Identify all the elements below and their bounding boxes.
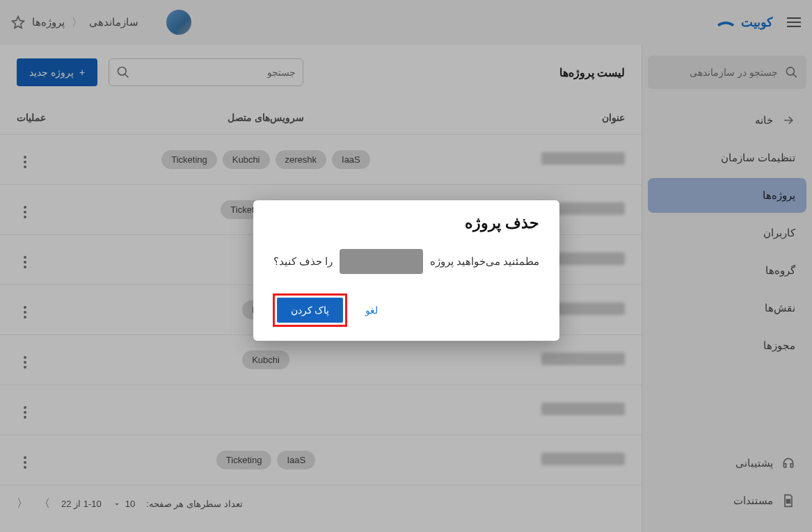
- dialog-body-after: را حذف کنید؟: [273, 255, 333, 268]
- redacted-project-name: [340, 249, 423, 274]
- delete-button[interactable]: پاک کردن: [277, 298, 344, 323]
- dialog-title: حذف پروژه: [273, 214, 540, 232]
- cancel-button[interactable]: لغو: [360, 298, 383, 323]
- dialog-body-before: مطمئنید می‌خواهید پروژه: [430, 255, 539, 268]
- delete-project-dialog: حذف پروژه مطمئنید می‌خواهید پروژه را حذف…: [253, 200, 559, 341]
- delete-button-highlight: پاک کردن: [273, 293, 348, 327]
- dialog-actions: پاک کردن لغو: [273, 293, 540, 327]
- dialog-body: مطمئنید می‌خواهید پروژه را حذف کنید؟: [273, 249, 540, 274]
